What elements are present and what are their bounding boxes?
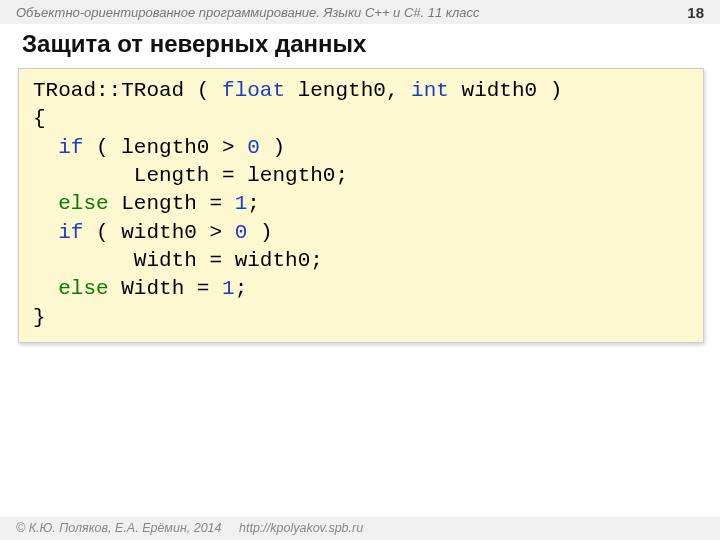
number-literal: 0 <box>235 221 248 244</box>
number-literal: 0 <box>247 136 260 159</box>
code-text: ( <box>184 79 222 102</box>
code-line: TRoad::TRoad ( float length0, int width0… <box>33 77 689 105</box>
number-literal: 1 <box>235 192 248 215</box>
code-text: ( width0 > <box>83 221 234 244</box>
code-text: , <box>386 79 411 102</box>
code-line: Length = length0; <box>33 162 689 190</box>
code-text: ) <box>247 221 272 244</box>
code-text: ; <box>247 192 260 215</box>
course-label: Объектно-ориентированное программировани… <box>16 5 480 20</box>
page-title: Защита от неверных данных <box>0 24 720 66</box>
code-text: length0 <box>285 79 386 102</box>
keyword-int: int <box>411 79 449 102</box>
keyword-else: else <box>58 192 108 215</box>
keyword-if: if <box>58 136 83 159</box>
footer-url: http://kpolyakov.spb.ru <box>239 521 363 535</box>
footer: © К.Ю. Поляков, Е.А. Ерёмин, 2014 http:/… <box>0 517 720 540</box>
code-text: ( length0 > <box>83 136 247 159</box>
code-text: Length = <box>109 192 235 215</box>
code-line: else Width = 1; <box>33 275 689 303</box>
code-line: if ( width0 > 0 ) <box>33 219 689 247</box>
code-text: ) <box>260 136 285 159</box>
keyword-else: else <box>58 277 108 300</box>
code-text <box>33 192 58 215</box>
code-text <box>33 221 58 244</box>
code-line: if ( length0 > 0 ) <box>33 134 689 162</box>
copyright-text: © К.Ю. Поляков, Е.А. Ерёмин, 2014 <box>16 521 222 535</box>
code-line: { <box>33 105 689 133</box>
page-number: 18 <box>687 4 704 21</box>
code-text: TRoad::TRoad <box>33 79 184 102</box>
code-line: } <box>33 304 689 332</box>
header-band: Объектно-ориентированное программировани… <box>0 0 720 24</box>
code-block: TRoad::TRoad ( float length0, int width0… <box>18 68 704 343</box>
keyword-float: float <box>222 79 285 102</box>
code-text <box>33 136 58 159</box>
keyword-if: if <box>58 221 83 244</box>
code-text: Width = <box>109 277 222 300</box>
code-text: width0 ) <box>449 79 562 102</box>
code-line: Width = width0; <box>33 247 689 275</box>
code-text: ; <box>235 277 248 300</box>
code-text <box>33 277 58 300</box>
code-line: else Length = 1; <box>33 190 689 218</box>
number-literal: 1 <box>222 277 235 300</box>
